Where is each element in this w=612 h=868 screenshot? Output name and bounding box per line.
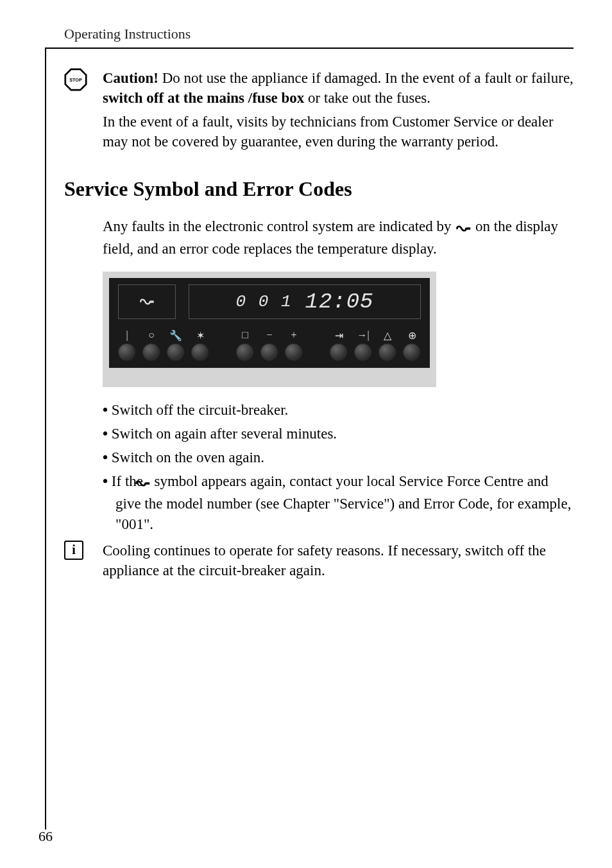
step-1: Switch off the circuit-breaker. <box>103 400 574 420</box>
lcd-service-symbol <box>118 284 176 319</box>
btn-duration <box>330 343 348 361</box>
caution-p2: In the event of a fault, visits by techn… <box>103 112 574 152</box>
step-4b: symbol appears again, contact your local… <box>115 473 571 532</box>
btn-light <box>142 343 160 361</box>
lcd-error-code: 0 0 1 <box>235 292 292 311</box>
lcd-row: 0 0 1 12:05 <box>118 284 421 319</box>
step-3: Switch on the oven again. <box>103 447 574 467</box>
btn-minus <box>260 343 278 361</box>
caution-p1a: Do not use the appliance if damaged. In … <box>158 70 574 86</box>
sym-spark: ✶ <box>196 329 205 341</box>
caution-lead: Caution! <box>103 70 158 86</box>
info-block: i Cooling continues to operate for safet… <box>64 541 574 580</box>
steps-list: Switch off the circuit-breaker. Switch o… <box>64 400 574 534</box>
caution-p1c: or take out the fuses. <box>304 90 430 106</box>
page-number: 66 <box>38 828 53 845</box>
section-heading: Service Symbol and Error Codes <box>64 177 574 201</box>
btn-stop <box>236 343 254 361</box>
sym-timer: △ <box>384 329 391 341</box>
btn-end <box>354 343 372 361</box>
service-intro: Any faults in the electronic control sys… <box>64 216 574 259</box>
panel-inner: 0 0 1 12:05 | ○ 🔧 ✶ □ − + <box>109 278 430 368</box>
button-group-left: | ○ 🔧 ✶ <box>118 329 209 361</box>
left-rule <box>45 48 46 829</box>
sym-stop: □ <box>242 329 248 341</box>
lcd-main: 0 0 1 12:05 <box>189 284 421 319</box>
header-text: Operating Instructions <box>64 26 191 42</box>
running-header: Operating Instructions <box>38 26 574 42</box>
btn-power <box>118 343 136 361</box>
btn-wrench <box>167 343 185 361</box>
sym-plus: + <box>291 329 296 341</box>
sym-clock: ⊕ <box>408 329 416 341</box>
sym-end: →| <box>357 329 369 341</box>
btn-timer <box>378 343 396 361</box>
svg-rect-3 <box>145 483 149 485</box>
intro-a: Any faults in the electronic control sys… <box>103 218 455 234</box>
lcd-clock: 12:05 <box>305 290 373 314</box>
info-note: Cooling continues to operate for safety … <box>103 541 574 580</box>
btn-clock <box>403 343 421 361</box>
step-4: If the symbol appears again, contact you… <box>103 471 574 534</box>
sym-power: | <box>126 329 128 341</box>
btn-plus <box>285 343 303 361</box>
svg-rect-2 <box>149 301 153 304</box>
button-group-right: ⇥ →| △ ⊕ <box>330 329 421 361</box>
sym-light: ○ <box>148 329 155 341</box>
button-group-mid: □ − + <box>236 329 303 361</box>
control-panel-illustration: 0 0 1 12:05 | ○ 🔧 ✶ □ − + <box>103 272 436 387</box>
caution-p1b: switch off at the mains /fuse box <box>103 90 304 106</box>
caution-p1: Caution! Do not use the appliance if dam… <box>103 68 574 108</box>
info-glyph: i <box>72 542 76 557</box>
page-container: Operating Instructions STOP Caution! Do … <box>0 0 612 868</box>
stop-icon: STOP <box>64 68 87 91</box>
stop-label: STOP <box>69 77 82 83</box>
btn-spark <box>191 343 209 361</box>
step-2: Switch on again after several minutes. <box>103 424 574 444</box>
sym-duration: ⇥ <box>335 329 343 341</box>
caution-block: STOP Caution! Do not use the appliance i… <box>64 68 574 152</box>
button-row: | ○ 🔧 ✶ □ − + ⇥ →| △ ⊕ <box>118 329 421 361</box>
svg-rect-1 <box>466 227 471 229</box>
top-rule <box>45 48 574 49</box>
content-area: STOP Caution! Do not use the appliance i… <box>64 68 574 580</box>
service-symbol-icon <box>455 219 472 239</box>
info-icon: i <box>64 541 83 560</box>
sym-minus: − <box>266 329 272 341</box>
sym-wrench: 🔧 <box>169 329 182 341</box>
